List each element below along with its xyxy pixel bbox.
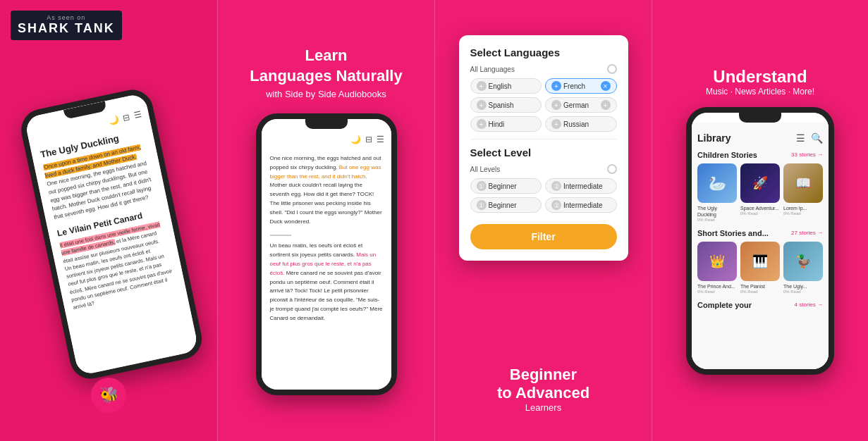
- main-headline: LearnLanguages Naturally: [250, 46, 402, 86]
- select-languages-title: Select Languages: [470, 46, 617, 58]
- caption-icon: ⊟: [122, 112, 131, 123]
- orange-highlight: But one egg was bigger than the rest, an…: [270, 164, 381, 180]
- understand-title: Understand: [706, 67, 814, 87]
- panel3-bottom-text: Beginnerto Advanced Learners: [497, 366, 589, 413]
- intermediate2-icon: ②: [551, 200, 561, 210]
- learn-languages-heading: LearnLanguages Naturally with Side by Si…: [243, 46, 409, 99]
- intermediate1-icon: ②: [551, 181, 561, 191]
- lang-german[interactable]: + German +: [545, 97, 617, 113]
- level-beginner-2[interactable]: ① Beginner: [470, 197, 542, 213]
- text-divider: [270, 235, 291, 236]
- story-card-pianist[interactable]: 🎹 The Pianist 0% Read: [740, 242, 780, 294]
- lang-hindi[interactable]: + Hindi: [470, 116, 542, 132]
- english-text: One nice morning, the eggs hatched and o…: [270, 154, 383, 226]
- ugly2-thumb: 🦆: [783, 242, 823, 281]
- phone2-header: 🌙 ⊟ ☰: [262, 129, 391, 147]
- panel3-background: Select Languages All Languages + English…: [435, 0, 652, 441]
- pianist-title: The Pianist: [740, 283, 780, 290]
- all-levels-radio[interactable]: [607, 164, 617, 174]
- french-label: French: [563, 82, 585, 90]
- french-text: Un beau matin, les oeufs ont écloŝ et so…: [270, 242, 383, 323]
- space-meta: 0% Read: [740, 211, 780, 216]
- shark-tank-brand: SHARK TANK: [18, 21, 115, 35]
- panel-learn-languages: LearnLanguages Naturally with Side by Si…: [217, 0, 434, 441]
- complete-link[interactable]: 4 stories →: [795, 302, 823, 308]
- french-x-icon: ×: [601, 81, 611, 91]
- panel-library: Understand Music · News Articles · More!…: [652, 0, 868, 441]
- all-languages-radio[interactable]: [607, 64, 617, 74]
- phone-notch-2: [305, 119, 348, 129]
- story-card-ugly2[interactable]: 🦆 The Ugly... 0% Read: [783, 242, 823, 294]
- library-content: Library ☰ 🔍 Children Stories 33 stories …: [692, 123, 829, 369]
- lang-french[interactable]: + French ×: [545, 78, 617, 94]
- phone-mockup-1: 🌙 ⊟ ☰ The Ugly Duckling Once upon a time…: [18, 86, 206, 383]
- hindi-plus-icon: +: [477, 119, 487, 129]
- as-seen-on-text: As seen on: [18, 14, 115, 21]
- french-plus-icon: +: [551, 81, 561, 91]
- hindi-label: Hindi: [489, 120, 505, 128]
- book-content-1: The Ugly Duckling Once upon a time down …: [30, 120, 186, 319]
- children-stories-header: Children Stories 33 stories →: [697, 151, 823, 159]
- level-intermediate-2[interactable]: ② Intermediate: [545, 197, 617, 213]
- lang-russian[interactable]: + Russian: [545, 116, 617, 132]
- beginner2-icon: ①: [477, 200, 487, 210]
- space-thumb: 🚀: [740, 163, 780, 203]
- ugly-duckling-title: The Ugly Duckling: [697, 205, 737, 218]
- phone-mockup-2: 🌙 ⊟ ☰ One nice morning, the eggs hatched…: [256, 113, 397, 395]
- bee-icon: 🐝: [99, 386, 118, 404]
- level-intermediate-1[interactable]: ② Intermediate: [545, 178, 617, 194]
- children-story-cards: 🦢 The Ugly Duckling 0% Read 🚀 Space Adve…: [697, 163, 823, 222]
- lorem-title: Lorem Ip...: [783, 205, 823, 211]
- language-grid: + English + French × + Spanish + German …: [470, 78, 617, 132]
- all-languages-row[interactable]: All Languages: [470, 63, 617, 78]
- story-card-prince[interactable]: 👑 The Prince And... 0% Read: [697, 242, 737, 294]
- lang-spanish[interactable]: + Spanish: [470, 97, 542, 113]
- short-stories-header: Short Stories and... 27 stories →: [697, 229, 823, 237]
- short-story-cards: 👑 The Prince And... 0% Read 🎹 The Pianis…: [697, 242, 823, 294]
- all-levels-label: All Levels: [470, 166, 501, 173]
- beginner-advanced-heading: Beginnerto Advanced: [497, 366, 589, 402]
- all-levels-row[interactable]: All Levels: [470, 163, 617, 178]
- modal-divider: [470, 139, 617, 139]
- search-icon[interactable]: 🔍: [811, 132, 823, 144]
- intermediate1-label: Intermediate: [563, 182, 603, 190]
- caption-icon-2: ⊟: [365, 135, 372, 144]
- children-stories-title: Children Stories: [697, 151, 757, 159]
- prince-meta: 0% Read: [697, 290, 737, 294]
- complete-section-header: Complete your 4 stories →: [697, 301, 823, 309]
- phone-notch-4: [739, 113, 781, 123]
- lorem-thumb: 📖: [783, 163, 823, 203]
- phone-screen-2: 🌙 ⊟ ☰ One nice morning, the eggs hatched…: [262, 119, 391, 390]
- pink-highlight: Mais un oeuf fut plus gros que le reste,…: [270, 251, 377, 276]
- understand-subtitle: Music · News Articles · More!: [706, 87, 814, 97]
- story-card-lorem[interactable]: 📖 Lorem Ip... 0% Read: [783, 163, 823, 222]
- panel-select-level: Select Languages All Languages + English…: [434, 0, 652, 441]
- short-stories-title: Short Stories and...: [697, 229, 769, 237]
- level-beginner-1[interactable]: ① Beginner: [470, 178, 542, 194]
- beginner1-label: Beginner: [489, 182, 517, 190]
- menu-icon-2: ☰: [377, 135, 384, 144]
- menu-icon: ☰: [133, 109, 142, 120]
- library-icons: ☰ 🔍: [796, 132, 823, 144]
- phone-mockup-4: Library ☰ 🔍 Children Stories 33 stories …: [686, 107, 834, 375]
- story-card-space[interactable]: 🚀 Space Adventur... 0% Read: [740, 163, 780, 222]
- ugly-duckling-thumb: 🦢: [697, 163, 737, 203]
- german-plus-icon: +: [551, 100, 561, 110]
- story-card-ugly-duckling[interactable]: 🦢 The Ugly Duckling 0% Read: [697, 163, 737, 222]
- ugly2-meta: 0% Read: [783, 290, 823, 294]
- children-stories-link[interactable]: 33 stories →: [791, 151, 823, 158]
- moon-icon-2: 🌙: [350, 135, 361, 144]
- library-header: Library ☰ 🔍: [697, 128, 823, 144]
- german-x-icon: +: [601, 100, 611, 110]
- short-stories-link[interactable]: 27 stories →: [791, 230, 823, 236]
- all-languages-label: All Languages: [470, 66, 515, 73]
- space-title: Space Adventur...: [740, 205, 780, 211]
- hamburger-icon[interactable]: ☰: [796, 132, 805, 144]
- library-title: Library: [697, 132, 731, 144]
- sub-headline: with Side by Side Audiobooks: [250, 89, 402, 99]
- phone2-body: One nice morning, the eggs hatched and o…: [262, 147, 391, 330]
- select-level-title: Select Level: [470, 147, 617, 159]
- russian-label: Russian: [563, 120, 589, 128]
- lang-english[interactable]: + English: [470, 78, 542, 94]
- filter-button[interactable]: Filter: [470, 224, 617, 249]
